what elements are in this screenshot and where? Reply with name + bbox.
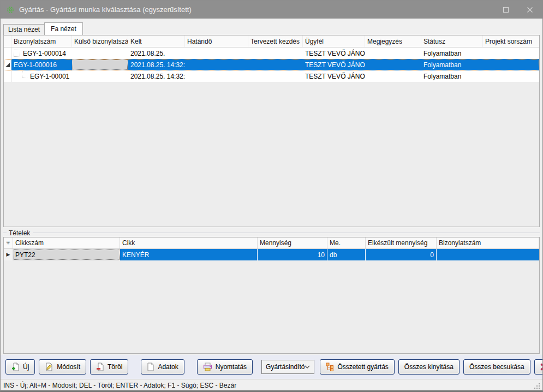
column-header-kulso-bizonylatszam[interactable]: Külső bizonylatszám xyxy=(72,35,128,47)
column-header-kelt[interactable]: Kelt xyxy=(128,35,185,47)
tab-fa-nezet[interactable]: Fa nézet xyxy=(44,22,83,35)
cell-kelt: 2021.08.25. 14:32:24 xyxy=(128,70,185,82)
table-row-selected[interactable]: EGY-1-000016 2021.08.25. 14:32:24 TESZT … xyxy=(4,59,539,70)
close-button[interactable]: Bezár xyxy=(534,359,542,375)
column-header-mennyiseg[interactable]: Mennyiség xyxy=(258,237,327,248)
cell-mennyiseg: 10 xyxy=(258,249,327,260)
button-bar: Új Módosít xyxy=(1,355,542,379)
cell-statusz: Folyamatban xyxy=(421,70,483,82)
cell-statusz: Folyamatban xyxy=(421,59,483,70)
tree-connector xyxy=(22,72,27,78)
cell-tervezett xyxy=(248,59,303,70)
tab-label: Lista nézet xyxy=(8,26,40,33)
close-icon[interactable] xyxy=(526,6,534,14)
button-label: Összes kinyitása xyxy=(404,363,454,371)
row-indicator xyxy=(4,47,11,59)
column-header-bizonylatszam[interactable]: Bizonylatszám xyxy=(11,35,72,47)
button-label: Új xyxy=(23,363,29,371)
print-button[interactable]: Nyomtatás xyxy=(197,359,253,375)
cell-ugyfel: TESZT VEVŐ JÁNOS J xyxy=(303,47,365,59)
group-line xyxy=(3,233,7,233)
cell-megjegyzes xyxy=(365,70,421,82)
chevron-down-icon xyxy=(305,365,310,369)
button-label: Töröl xyxy=(108,363,122,371)
table-row-child[interactable]: EGY-1-00001 2021.08.25. 14:32:24 TESZT V… xyxy=(4,70,539,82)
cell-megjegyzes xyxy=(365,59,421,70)
column-header-elkeszult[interactable]: Elkészült mennyiség xyxy=(366,237,437,248)
cell-bizonylatszam xyxy=(437,249,539,260)
items-grid: ✳ Cikkszám Cikk Mennyiség Me. Elkészült … xyxy=(3,237,540,354)
titlebar[interactable]: Gyártás - Gyártási munka kiválasztása (e… xyxy=(1,1,542,19)
column-header-me[interactable]: Me. xyxy=(327,237,366,248)
doc-number: EGY-1-00001 xyxy=(30,73,69,80)
column-header-cikkszam[interactable]: Cikkszám xyxy=(13,237,120,248)
resize-grip[interactable] xyxy=(534,383,535,384)
row-indicator: ▶ xyxy=(4,249,13,260)
modify-button[interactable]: Módosít xyxy=(39,359,86,375)
doc-number: EGY-1-000016 xyxy=(14,61,57,69)
cell-cikkszam-focused: PYT22 xyxy=(13,249,120,260)
cell-bizonylatszam: EGY-1-000016 xyxy=(11,59,72,70)
column-header-ugyfel[interactable]: Ügyfél xyxy=(303,35,365,47)
doc-number: EGY-1-000014 xyxy=(23,50,66,57)
cell-projekt xyxy=(483,59,539,70)
complex-production-button[interactable]: Összetett gyártás xyxy=(320,359,394,375)
column-header-tervezett-kezdes[interactable]: Tervezett kezdés xyxy=(248,35,303,47)
delete-button[interactable]: Töröl xyxy=(90,359,128,375)
cell-megjegyzes xyxy=(365,47,421,59)
column-header-statusz[interactable]: Státusz xyxy=(421,35,483,47)
cell-kulso-focused xyxy=(72,59,128,70)
document-icon xyxy=(147,363,154,371)
items-group-header: Tételek xyxy=(3,229,540,237)
table-row[interactable]: EGY-1-000014 2021.08.25. TESZT VEVŐ JÁNO… xyxy=(4,47,539,59)
cell-elkeszult: 0 xyxy=(366,249,437,260)
printer-icon xyxy=(203,363,212,371)
expand-all-button[interactable]: Összes kinyitása xyxy=(398,359,460,375)
button-label: Összes becsukása xyxy=(469,363,524,371)
gear-icon xyxy=(6,5,15,14)
document-remove-icon xyxy=(96,363,104,371)
cell-cikk: KENYÉR xyxy=(120,249,258,260)
asterisk-icon: ✳ xyxy=(6,240,10,246)
column-header-bizonylatszam[interactable]: Bizonylatszám xyxy=(437,237,539,248)
document-add-icon xyxy=(11,363,20,371)
status-bar: INS - Új; Alt+M - Módosít; DEL - Töröl; … xyxy=(1,379,542,390)
details-button[interactable]: Adatok xyxy=(141,359,184,375)
combo-value: Gyártásindító xyxy=(266,363,305,371)
close-x-icon xyxy=(540,363,542,371)
row-indicator-arrow-icon: ▶ xyxy=(7,252,10,257)
button-label: Adatok xyxy=(158,363,178,371)
maximize-icon[interactable] xyxy=(502,6,510,14)
cell-kelt: 2021.08.25. xyxy=(128,47,185,59)
cell-bizonylatszam: EGY-1-000014 xyxy=(11,47,72,59)
cell-bizonylatszam: EGY-1-00001 xyxy=(11,70,72,82)
collapse-all-button[interactable]: Összes becsukása xyxy=(463,359,530,375)
gyartasindito-combo[interactable]: Gyártásindító xyxy=(261,360,314,374)
cell-hatarido xyxy=(185,47,248,59)
cell-projekt xyxy=(483,47,539,59)
cell-hatarido xyxy=(185,70,248,82)
expand-triangle-icon[interactable] xyxy=(5,63,10,67)
cell-projekt xyxy=(483,70,539,82)
item-row-selected[interactable]: ▶ PYT22 KENYÉR 10 db 0 xyxy=(4,249,539,260)
document-edit-icon xyxy=(45,363,53,371)
tree-node-placeholder xyxy=(14,50,20,57)
button-label: Összetett gyártás xyxy=(337,363,388,371)
client-area: Lista nézet Fa nézet Bizonylatszám Külső… xyxy=(1,19,542,390)
column-header-hatarido[interactable]: Határidő xyxy=(185,35,248,47)
view-tabs: Lista nézet Fa nézet xyxy=(3,22,540,35)
cell-ugyfel: TESZT VEVŐ JÁNOS J xyxy=(303,59,365,70)
shortcut-help-text: INS - Új; Alt+M - Módosít; DEL - Töröl; … xyxy=(3,382,236,389)
column-header-megjegyzes[interactable]: Megjegyzés xyxy=(365,35,421,47)
new-button[interactable]: Új xyxy=(5,359,35,375)
indicator-header: ✳ xyxy=(4,237,13,248)
tab-lista-nezet[interactable]: Lista nézet xyxy=(3,24,45,35)
orders-grid-header: Bizonylatszám Külső bizonylatszám Kelt H… xyxy=(4,35,539,47)
cell-kelt: 2021.08.25. 14:32:24 xyxy=(128,59,185,70)
column-header-projekt-sorszam[interactable]: Projekt sorszám xyxy=(483,35,539,47)
cell-statusz: Folyamatban xyxy=(421,47,483,59)
row-indicator xyxy=(4,70,11,82)
row-indicator xyxy=(4,59,11,70)
group-label: Tételek xyxy=(9,229,30,237)
column-header-cikk[interactable]: Cikk xyxy=(120,237,258,248)
